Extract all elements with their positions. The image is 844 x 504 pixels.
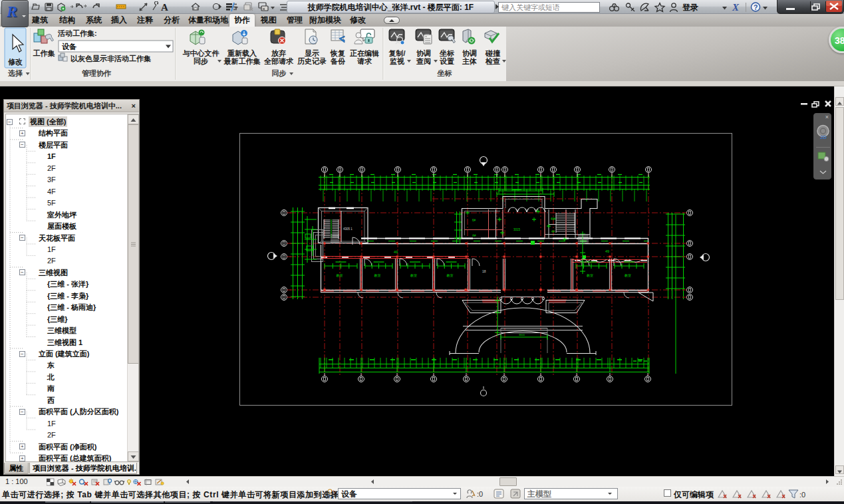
svg-text:查阅: 查阅 [416, 57, 431, 65]
svg-text:教室: 教室 [587, 273, 593, 278]
svg-text:18: 18 [482, 269, 486, 273]
svg-text:正在编辑: 正在编辑 [349, 49, 379, 57]
svg-text:协调: 协调 [462, 49, 477, 57]
svg-text:复制/: 复制/ [388, 49, 405, 57]
svg-text:历史记录: 历史记录 [297, 57, 327, 65]
svg-text:同步: 同步 [194, 57, 208, 65]
svg-text:坐标: 坐标 [437, 69, 452, 77]
svg-text:放弃: 放弃 [271, 49, 286, 57]
svg-text::0: :0 [477, 490, 483, 498]
svg-text:活动工作集:: 活动工作集: [57, 29, 97, 37]
svg-text:协调: 协调 [416, 49, 431, 57]
svg-text:请求: 请求 [357, 57, 372, 65]
svg-text:恢复: 恢复 [330, 49, 345, 57]
svg-text:3600: 3600 [519, 333, 525, 336]
svg-text:设置: 设置 [440, 57, 454, 65]
svg-text:设备: 设备 [62, 43, 77, 51]
svg-text::0: :0 [799, 491, 805, 499]
svg-text:2D: 2D [820, 134, 827, 140]
svg-text:教室: 教室 [625, 273, 631, 278]
svg-text:教室: 教室 [374, 273, 381, 278]
svg-text:?: ? [754, 3, 758, 11]
svg-text:4305 1: 4305 1 [343, 227, 352, 231]
svg-text:管理协作: 管理协作 [81, 69, 111, 77]
svg-text:X: X [732, 2, 740, 13]
svg-text:工作集: 工作集 [33, 49, 55, 57]
svg-text:选择: 选择 [7, 69, 23, 77]
svg-text:教室: 教室 [447, 273, 454, 278]
svg-text:以灰色显示非活动工作集: 以灰色显示非活动工作集 [70, 55, 151, 63]
svg-text:显示: 显示 [305, 49, 319, 57]
svg-text:48#: 48# [551, 217, 556, 221]
svg-text:6#: 6# [472, 219, 476, 222]
svg-text:检查: 检查 [485, 57, 500, 65]
svg-text:同步: 同步 [272, 69, 287, 77]
svg-text:A: A [161, 2, 168, 13]
svg-text:全部请求: 全部请求 [263, 57, 294, 65]
svg-text:教室: 教室 [410, 273, 417, 278]
svg-text:最新工作集: 最新工作集 [223, 57, 261, 65]
svg-text:3015: 3015 [513, 228, 521, 231]
svg-text:49: 49 [605, 249, 609, 253]
svg-text:教室: 教室 [337, 273, 343, 278]
svg-text:49: 49 [394, 250, 398, 254]
svg-text:备份: 备份 [330, 57, 346, 65]
svg-text:登录: 登录 [682, 3, 698, 12]
svg-text:碰撞: 碰撞 [485, 49, 501, 57]
svg-text:主体: 主体 [462, 57, 477, 65]
svg-text:与中心文件: 与中心文件 [183, 49, 220, 57]
svg-text:A#: A# [472, 234, 476, 237]
svg-text:坐标: 坐标 [439, 49, 454, 57]
svg-text:修改: 修改 [7, 58, 23, 66]
svg-text:4#: 4# [551, 230, 555, 233]
svg-text:监视: 监视 [390, 57, 404, 65]
